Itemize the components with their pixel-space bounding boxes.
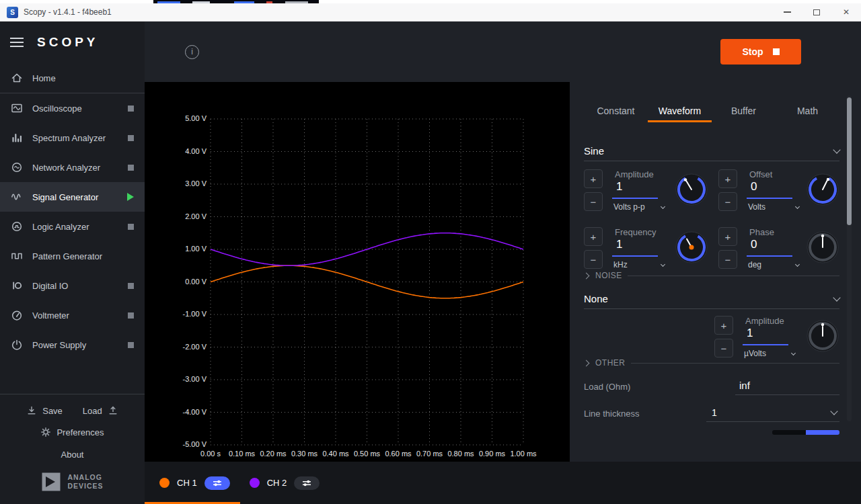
scopy-window: S Scopy - v1.4.1 - f4beeb1 ✕ SCOPY Home <box>0 3 861 504</box>
noise-section-label: NOISE <box>595 271 622 280</box>
x-axis-tick-label: 0.80 ms <box>447 450 474 458</box>
sidebar-item-label: Home <box>32 73 134 83</box>
line-thickness-select[interactable]: 1 <box>706 403 839 422</box>
y-axis-tick-label: -3.00 V <box>145 375 207 383</box>
frequency-value[interactable]: 1 <box>616 238 622 251</box>
panel-scrollbar[interactable] <box>847 95 852 421</box>
frequency-knob[interactable] <box>675 230 708 264</box>
channel-2-label: CH 2 <box>267 478 287 488</box>
noise-amplitude-value-underline <box>743 344 788 345</box>
x-axis-tick-label: 0.20 ms <box>260 450 286 458</box>
info-icon[interactable]: i <box>185 45 199 59</box>
x-axis-tick-label: 0.10 ms <box>229 450 255 458</box>
load-input[interactable]: inf <box>735 376 839 395</box>
waveform-plot: 0.00 s0.10 ms0.20 ms0.30 ms0.40 ms0.50 m… <box>145 82 570 462</box>
phase-value-underline <box>747 255 792 257</box>
x-axis-tick-label: 0.90 ms <box>479 450 505 458</box>
phase-knob[interactable] <box>806 230 839 264</box>
x-axis-tick-label: 0.40 ms <box>322 450 348 458</box>
signal-generator-icon <box>10 191 24 203</box>
amplitude-knob[interactable] <box>675 173 708 206</box>
section-divider <box>628 276 839 276</box>
phase-value[interactable]: 0 <box>751 238 757 251</box>
offset-decrement-button[interactable]: − <box>718 192 737 211</box>
noise-amplitude-decrement-button[interactable]: − <box>714 339 733 358</box>
window-title: Scopy - v1.4.1 - f4beeb1 <box>24 7 112 17</box>
spectrum-analyzer-icon <box>10 132 24 144</box>
minimize-button[interactable] <box>772 3 802 22</box>
sidebar-item-digital-io[interactable]: Digital IO <box>0 271 145 300</box>
section-divider <box>631 363 840 364</box>
noise-section-header[interactable]: NOISE <box>584 271 839 280</box>
scopy-app-icon: S <box>7 7 18 18</box>
channel-2-group[interactable]: CH 2 <box>250 476 320 490</box>
noise-amplitude-value[interactable]: 1 <box>747 327 753 340</box>
frequency-control: + − Frequency 1 kHz <box>584 227 708 270</box>
tab-math[interactable]: Math <box>776 99 839 122</box>
channel-1-settings-button[interactable] <box>204 476 230 490</box>
close-button[interactable]: ✕ <box>831 3 861 22</box>
sidebar-item-power-supply[interactable]: Power Supply <box>0 330 145 360</box>
sidebar-item-logic-analyzer[interactable]: Logic Analyzer <box>0 212 145 241</box>
chevron-down-icon <box>661 204 665 209</box>
noise-amplitude-knob[interactable] <box>806 319 839 353</box>
analog-devices-logo: ANALOG DEVICES <box>0 466 145 504</box>
frequency-decrement-button[interactable]: − <box>584 250 603 269</box>
sidebar-item-spectrum-analyzer[interactable]: Spectrum Analyzer <box>0 123 145 153</box>
maximize-button[interactable] <box>802 3 831 22</box>
save-button[interactable]: Save <box>26 405 63 416</box>
frequency-unit-select[interactable]: kHz <box>613 260 665 269</box>
brand-line-1: ANALOG <box>67 473 103 482</box>
sidebar-item-signal-generator[interactable]: Signal Generator <box>0 182 145 212</box>
noise-amplitude-increment-button[interactable]: + <box>714 316 733 335</box>
panel-scrollbar-thumb[interactable] <box>847 97 852 225</box>
phase-unit-select[interactable]: deg <box>748 260 799 269</box>
noise-amplitude-unit-select[interactable]: µVolts <box>744 349 795 358</box>
waveform-type-select[interactable]: Sine <box>584 141 839 161</box>
stopped-indicator <box>128 135 134 141</box>
noise-type-select[interactable]: None <box>584 289 839 309</box>
amplitude-value[interactable]: 1 <box>616 180 622 194</box>
channel-1-group[interactable]: CH 1 <box>159 476 230 490</box>
pattern-generator-icon <box>10 250 24 262</box>
y-axis-tick-label: 4.00 V <box>145 147 207 155</box>
sidebar-item-voltmeter[interactable]: Voltmeter <box>0 300 145 330</box>
sidebar-item-home[interactable]: Home <box>0 63 145 93</box>
sidebar-item-pattern-generator[interactable]: Pattern Generator <box>0 241 145 271</box>
sidebar-item-oscilloscope[interactable]: Oscilloscope <box>0 93 145 123</box>
amplitude-increment-button[interactable]: + <box>584 169 603 188</box>
amplitude-decrement-button[interactable]: − <box>584 192 603 211</box>
preferences-button[interactable]: Preferences <box>0 421 145 443</box>
chevron-down-icon <box>833 294 840 301</box>
tab-waveform[interactable]: Waveform <box>648 99 712 122</box>
load-button[interactable]: Load <box>83 405 118 416</box>
channel-bar: CH 1 CH 2 <box>145 462 861 504</box>
phase-increment-button[interactable]: + <box>718 227 737 246</box>
chevron-right-icon <box>583 272 590 279</box>
tab-buffer[interactable]: Buffer <box>712 99 776 122</box>
frequency-increment-button[interactable]: + <box>584 227 603 246</box>
offset-unit-select[interactable]: Volts <box>748 202 799 212</box>
sidebar-item-network-analyzer[interactable]: Network Analyzer <box>0 153 145 182</box>
channel-2-color-dot <box>250 478 260 488</box>
plot-position-slider[interactable] <box>772 430 839 435</box>
channel-2-settings-button[interactable] <box>294 476 320 490</box>
tab-constant[interactable]: Constant <box>584 99 648 122</box>
other-section-header[interactable]: OTHER <box>584 358 839 368</box>
offset-increment-button[interactable]: + <box>718 169 737 188</box>
menu-toggle-icon[interactable] <box>10 38 24 47</box>
phase-decrement-button[interactable]: − <box>718 250 737 269</box>
stop-button[interactable]: Stop <box>720 39 801 65</box>
amplitude-unit-select[interactable]: Volts p-p <box>613 202 665 212</box>
offset-knob[interactable] <box>806 173 839 206</box>
noise-amplitude-label: Amplitude <box>745 316 784 326</box>
offset-unit-label: Volts <box>748 202 765 212</box>
power-supply-icon <box>10 339 24 351</box>
voltmeter-icon <box>10 309 24 321</box>
chevron-down-icon <box>833 146 840 153</box>
about-button[interactable]: About <box>0 443 145 466</box>
chevron-down-icon <box>795 204 800 209</box>
line-thickness-row: Line thickness 1 <box>584 403 839 423</box>
offset-value[interactable]: 0 <box>751 180 757 194</box>
frequency-unit-label: kHz <box>613 260 628 269</box>
